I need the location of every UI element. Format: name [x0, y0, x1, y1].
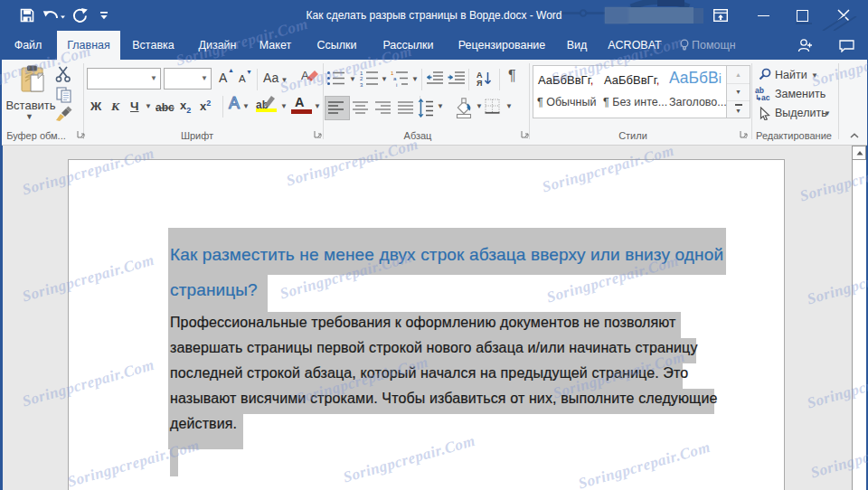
svg-text:1: 1 [360, 71, 363, 76]
svg-text:2: 2 [360, 76, 363, 81]
svg-text:3: 3 [360, 82, 363, 88]
svg-text:1: 1 [391, 71, 394, 76]
svg-text:а: а [393, 76, 397, 81]
svg-text:Я: Я [476, 79, 482, 88]
svg-text:i: i [396, 82, 397, 88]
svg-text:А: А [301, 69, 309, 82]
